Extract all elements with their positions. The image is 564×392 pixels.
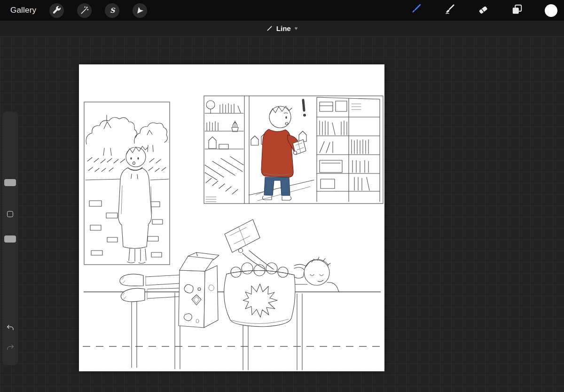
eraser-icon	[477, 3, 489, 16]
brush-icon	[409, 3, 422, 16]
modify-button[interactable]	[7, 211, 13, 217]
drawing-canvas[interactable]	[79, 64, 384, 371]
panel-bookstore	[204, 96, 383, 204]
smudge-icon	[443, 3, 455, 16]
adjustments-button[interactable]	[77, 3, 92, 18]
panel-park	[84, 102, 170, 265]
side-toolbar	[2, 111, 18, 365]
shape-label: Line	[276, 24, 291, 32]
redo-button[interactable]	[2, 344, 18, 352]
toolbar-left-group: Gallery S	[0, 3, 147, 18]
redo-arrow-icon	[6, 344, 15, 352]
paint-tool-button[interactable]	[409, 3, 422, 17]
undo-button[interactable]	[2, 324, 18, 332]
transform-button[interactable]	[133, 3, 147, 18]
wrench-icon	[52, 6, 62, 15]
gallery-button[interactable]: Gallery	[10, 6, 36, 15]
canvas-artwork	[79, 64, 384, 371]
brush-size-slider[interactable]	[4, 179, 16, 186]
undo-arrow-icon	[6, 324, 15, 332]
opacity-slider[interactable]	[4, 235, 16, 243]
transform-arrow-icon	[135, 6, 145, 15]
color-button[interactable]	[545, 4, 557, 17]
smudge-tool-button[interactable]	[443, 3, 455, 17]
selection-s-icon: S	[108, 6, 117, 15]
erase-tool-button[interactable]	[477, 3, 489, 17]
shape-edit-bar[interactable]: Line ♥	[0, 21, 564, 36]
heart-icon: ♥	[295, 26, 298, 31]
line-slash-icon	[266, 25, 273, 31]
svg-text:S: S	[110, 7, 116, 14]
toolbar-right-group	[409, 0, 564, 21]
selection-button[interactable]: S	[105, 3, 119, 18]
layers-icon	[511, 3, 523, 16]
magic-wand-icon	[80, 6, 89, 15]
layers-button[interactable]	[511, 3, 523, 17]
actions-button[interactable]	[49, 3, 64, 18]
top-toolbar: Gallery S	[0, 0, 564, 21]
